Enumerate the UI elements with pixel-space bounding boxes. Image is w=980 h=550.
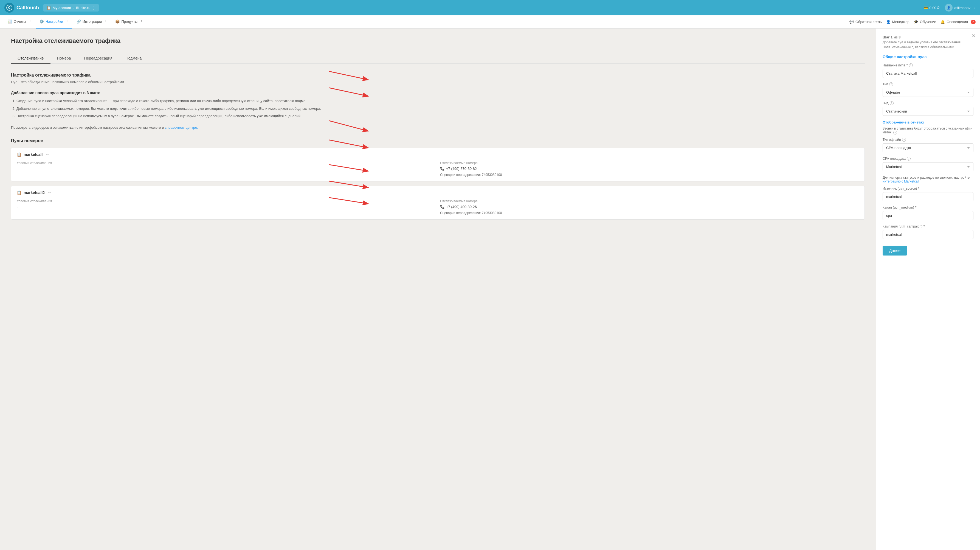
type-field: Тип ? Офлайн Онлайн bbox=[883, 82, 974, 97]
manager-label: Менеджер bbox=[892, 20, 910, 24]
notifications-badge: 2 bbox=[970, 20, 975, 24]
pool-name-label-text: Название пула bbox=[883, 64, 905, 67]
pool-name-input[interactable] bbox=[883, 69, 974, 78]
pool-edit-icon-1[interactable]: ✏ bbox=[46, 152, 49, 156]
top-nav-right: 💳 0.00 ₽ 👤 afilimonov → bbox=[923, 4, 975, 11]
panel-close-button[interactable]: ✕ bbox=[972, 33, 975, 39]
feedback-nav[interactable]: 💬 Обратная связь bbox=[850, 20, 882, 24]
medium-required: * bbox=[915, 206, 916, 209]
notifications-label: Оповещения bbox=[947, 20, 968, 24]
pool-name-help-icon[interactable]: ? bbox=[909, 64, 913, 67]
brand-name: Calltouch bbox=[16, 5, 39, 11]
pool-edit-icon-2[interactable]: ✏ bbox=[48, 190, 51, 194]
offline-type-help-icon[interactable]: ? bbox=[902, 138, 906, 142]
section-content: Настройка отслеживаемого трафика Пул – э… bbox=[11, 73, 865, 220]
cpa-help-icon[interactable]: ? bbox=[907, 157, 911, 161]
source-input[interactable] bbox=[883, 192, 974, 201]
source-required: * bbox=[918, 187, 920, 190]
user-name: afilimonov bbox=[954, 6, 970, 10]
source-field: Источник (utm_source) * bbox=[883, 187, 974, 201]
cpa-select[interactable]: Marketcall Другой bbox=[883, 162, 974, 171]
section-desc: Пул – это объединение нескольких номеров… bbox=[11, 80, 865, 84]
next-button[interactable]: Далее bbox=[883, 246, 907, 255]
nav-integrations[interactable]: 🔗 Интеграции ⋮ bbox=[73, 15, 111, 29]
steps-title: Добавление нового пула происходит в 3 ша… bbox=[11, 91, 865, 95]
nav-products-label: Продукты bbox=[121, 19, 137, 24]
view-label-text: Вид bbox=[883, 101, 889, 105]
integrations-menu-icon[interactable]: ⋮ bbox=[104, 19, 108, 24]
steps-list: Создание пула и настройка условий его от… bbox=[16, 98, 865, 119]
campaign-label: Кампания (utm_campaign) * bbox=[883, 225, 974, 228]
settings-menu-icon[interactable]: ⋮ bbox=[65, 19, 69, 24]
nav-reports[interactable]: 📊 Отчеты ⋮ bbox=[5, 15, 35, 29]
medium-field: Канал (utm_medium) * bbox=[883, 206, 974, 220]
tabs: Отслеживание Номера Переадресация Подмен… bbox=[11, 53, 865, 64]
breadcrumb-site: site.ru bbox=[81, 6, 90, 10]
cpa-label-text: CPA-площадка bbox=[883, 157, 906, 161]
display-help-icon[interactable]: ? bbox=[893, 131, 897, 134]
breadcrumb-menu-button[interactable]: ⋮ bbox=[92, 6, 95, 10]
nav-settings-label: Настройки bbox=[46, 19, 63, 24]
numbers-label-2: Отслеживаемые номера bbox=[440, 199, 859, 203]
step-3: Настройка сценария переадресации на испо… bbox=[16, 113, 865, 119]
tab-tracking[interactable]: Отслеживание bbox=[11, 53, 51, 64]
type-help-icon[interactable]: ? bbox=[889, 82, 893, 86]
nav-integrations-label: Интеграции bbox=[83, 19, 102, 24]
training-label: Обучение bbox=[920, 20, 936, 24]
logo[interactable]: C Calltouch bbox=[5, 3, 39, 13]
display-section-title: Отображение в отчетах bbox=[883, 120, 974, 124]
campaign-label-text: Кампания (utm_campaign) bbox=[883, 225, 923, 228]
offline-type-label-text: Тип офлайн bbox=[883, 138, 901, 142]
logout-icon[interactable]: → bbox=[972, 6, 975, 10]
view-label: Вид ? bbox=[883, 101, 974, 105]
breadcrumb-sep: › bbox=[73, 6, 74, 10]
numbers-label-1: Отслеживаемые номера bbox=[440, 161, 859, 165]
type-select[interactable]: Офлайн Онлайн bbox=[883, 88, 974, 97]
user-info[interactable]: 👤 afilimonov → bbox=[945, 4, 975, 11]
cpa-integration-link[interactable]: интеграцию с Marketcall bbox=[883, 180, 919, 183]
pool-numbers-col-2: Отслеживаемые номера 📞 +7 (499) 490-80-2… bbox=[440, 199, 859, 215]
type-label: Тип ? bbox=[883, 82, 974, 86]
view-select[interactable]: Статический Динамический bbox=[883, 107, 974, 116]
feedback-label: Обратная связь bbox=[856, 20, 882, 24]
type-label-text: Тип bbox=[883, 82, 888, 86]
reports-menu-icon[interactable]: ⋮ bbox=[28, 19, 32, 24]
tab-substitution[interactable]: Подмена bbox=[119, 53, 148, 64]
feedback-icon: 💬 bbox=[850, 20, 854, 24]
pool-name-2: marketcall2 bbox=[24, 190, 45, 195]
briefcase-icon: 📋 bbox=[47, 6, 51, 10]
products-menu-icon[interactable]: ⋮ bbox=[140, 19, 143, 24]
top-nav: C Calltouch 📋 My account › 🖥 site.ru ⋮ 💳… bbox=[0, 0, 980, 15]
sec-nav-left: 📊 Отчеты ⋮ ⚙️ Настройки ⋮ 🔗 Интеграции ⋮… bbox=[5, 15, 146, 29]
view-field: Вид ? Статический Динамический bbox=[883, 101, 974, 116]
step-1: Создание пула и настройка условий его от… bbox=[16, 98, 865, 104]
settings-icon: ⚙️ bbox=[40, 19, 44, 24]
pool-name-required: * bbox=[907, 64, 908, 67]
tab-numbers[interactable]: Номера bbox=[51, 53, 78, 64]
campaign-required: * bbox=[923, 225, 925, 228]
training-icon: 🎓 bbox=[914, 20, 918, 24]
notifications-nav[interactable]: 🔔 Оповещения 2 bbox=[940, 20, 975, 24]
training-nav[interactable]: 🎓 Обучение bbox=[914, 20, 936, 24]
panel-step-label: Шаг 1 из 3 bbox=[883, 35, 974, 39]
manager-nav[interactable]: 👤 Менеджер bbox=[886, 20, 910, 24]
display-desc: Звонки в статистике будут отображаться с… bbox=[883, 126, 974, 134]
help-text-content: Посмотреть видеоурок и ознакомиться с ин… bbox=[11, 126, 165, 129]
logo-icon: C bbox=[5, 3, 14, 13]
view-help-icon[interactable]: ? bbox=[890, 101, 894, 105]
nav-settings[interactable]: ⚙️ Настройки ⋮ bbox=[36, 15, 72, 29]
pool-header-1: 📋 marketcall ✏ bbox=[17, 152, 859, 157]
breadcrumb[interactable]: 📋 My account › 🖥 site.ru ⋮ bbox=[43, 4, 99, 11]
help-center-link[interactable]: справочном центре. bbox=[165, 126, 198, 129]
campaign-input[interactable] bbox=[883, 230, 974, 239]
balance[interactable]: 💳 0.00 ₽ bbox=[923, 6, 940, 10]
pool-name-field: Название пула * ? bbox=[883, 64, 974, 78]
main-layout: Настройка отслеживаемого трафика Отслежи… bbox=[0, 29, 980, 550]
pool-name-label: Название пула * ? bbox=[883, 64, 974, 67]
panel-section-title: Общие настройки пула bbox=[883, 54, 974, 59]
tab-forwarding[interactable]: Переадресация bbox=[77, 53, 119, 64]
page-title: Настройка отслеживаемого трафика bbox=[11, 37, 865, 45]
offline-type-select[interactable]: CPA-площадка Другой bbox=[883, 143, 974, 152]
nav-products[interactable]: 📦 Продукты ⋮ bbox=[112, 15, 146, 29]
medium-input[interactable] bbox=[883, 211, 974, 220]
